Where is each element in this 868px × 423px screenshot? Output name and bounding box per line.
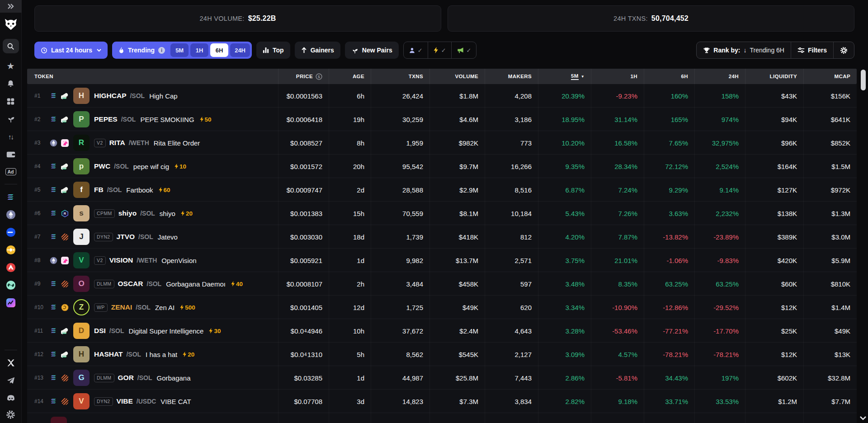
multicharts-button[interactable] [5,96,16,106]
timeframe-1h[interactable]: 1H [190,43,208,57]
up-down-arrows-icon: ↑↓ [8,133,13,141]
chain-filter-base[interactable] [5,227,16,237]
chain-icon [50,351,57,358]
timeframe-group: 5M1H6H24H [169,43,250,57]
wallet-button[interactable] [5,149,16,159]
trending-group[interactable]: Trending i 5M1H6H24H [112,42,252,59]
token-cell [27,413,278,423]
lightning-bolt-icon [199,116,204,122]
age-cell: 12d [329,296,371,319]
column-header-6h[interactable]: 6H [644,69,694,84]
rank-by-button[interactable]: Rank by: ↓ Trending 6H [697,42,791,58]
boost-badge[interactable]: 40 [231,281,243,287]
scroll-down-button[interactable] [860,414,866,422]
table-row[interactable]: #4 SWAP p PWC /SOL pepe wif cig 10 $0.00… [27,155,857,178]
makers-cell: 4,208 [485,84,538,108]
telegram-link[interactable] [5,376,16,385]
chain-icon [50,210,57,217]
table-row[interactable]: #2 SWAP P PEPES /SOL PEPE SMOKIING 50 $0… [27,108,857,131]
quote-token: /SOL [136,304,151,311]
chain-filter-avalanche[interactable] [5,263,16,273]
column-header-txns[interactable]: TXNS [371,69,429,84]
ads-button[interactable]: Ad [5,167,16,177]
age-cell: 15h [329,202,371,225]
timeframe-5m[interactable]: 5M [170,43,189,57]
new-pairs-button[interactable] [5,114,16,124]
boost-badge[interactable]: 500 [179,304,195,311]
chain-icon [50,186,57,194]
dexscreener-owl-logo[interactable] [4,18,18,33]
top-button[interactable]: Top [256,42,290,59]
filters-button[interactable]: Filters [791,42,833,58]
transactions-button[interactable]: ↑↓ [5,132,16,141]
column-header-volume[interactable]: VOLUME [429,69,485,84]
column-header-5m[interactable]: 5M▼ [538,69,591,84]
table-row[interactable]: #9 O DLMM OSCAR /SOL Gorbagana Daemoı 40… [27,272,857,296]
token-cell: #13 G DLMM GOR /SOL Gorbagana [27,366,278,390]
discord-link[interactable] [5,393,16,403]
column-header-1h[interactable]: 1H [591,69,644,84]
table-row[interactable]: #14 V DYN2 VIBE /USDC VIBE CAT $0.07708 … [27,390,857,413]
table-row[interactable]: #3 R V2 RITA /WETH Rita Elite Order $0.0… [27,131,857,155]
table-row[interactable]: #1 SWAP H HIGHCAP /SOL High Cap $0.00015… [27,84,857,108]
time-range-button[interactable]: Last 24 hours [34,42,108,59]
boost-badge[interactable]: 20 [182,351,194,358]
chain-filter-hyperliquid[interactable] [5,280,16,290]
scrollbar-thumb[interactable] [861,70,866,90]
new-pairs-label: New Pairs [362,47,392,54]
token-avatar: Z [73,299,90,315]
column-header-age[interactable]: AGE [329,69,371,84]
column-header-24h[interactable]: 24H [694,69,745,84]
column-header-mcap[interactable]: MCAP [803,69,857,84]
search-button[interactable] [3,39,19,53]
table-row[interactable]: #12 SWAP H HASHAT /SOL I has a hat 20 $0… [27,343,857,366]
table-row[interactable]: #5 SWAP f FB /SOL Fartbook 60 $0.0009747… [27,178,857,202]
boost-badge[interactable]: 50 [199,116,212,123]
chain-filter-multichain[interactable] [5,298,16,308]
chain-filter-bnb[interactable] [5,245,16,255]
chain-filter-solana[interactable] [5,192,16,202]
table-row[interactable]: #13 G DLMM GOR /SOL Gorbagana $0.03285 1… [27,366,857,390]
quick-filter-person[interactable]: ✓ [404,42,428,58]
quick-filter-boost-bolt[interactable]: ✓ [428,42,451,58]
age-cell [329,413,371,423]
token-symbol: JTVO [117,233,135,241]
boost-badge[interactable]: 60 [158,187,170,193]
alerts-button[interactable] [5,79,16,89]
sidebar-expand-button[interactable] [0,0,22,13]
favorites-button[interactable]: ★ [5,61,16,71]
boost-badge[interactable]: 20 [180,210,193,217]
x-twitter-link[interactable] [5,358,16,368]
multi-chain-icon [6,298,16,308]
boost-badge[interactable]: 10 [174,163,186,170]
column-header-liquidity[interactable]: LIQUIDITY [745,69,803,84]
table-row[interactable]: #10 Z WP ZENAI /SOL Zen AI 500 $0.001405… [27,296,857,319]
gainers-button[interactable]: Gainers [295,42,340,59]
change-5m-cell [538,413,591,423]
makers-cell [485,413,538,423]
column-header-price[interactable]: PRICE $ [278,69,329,84]
volume-label: 24H VOLUME: [199,15,244,22]
quote-token: /SOL [147,280,162,287]
table-settings-button[interactable] [833,42,854,58]
settings-button[interactable] [5,409,16,419]
table-row[interactable]: #7 J DYN2 JTVO /SOL Jatevo $0.003030 18d… [27,225,857,249]
token-avatar: G [73,370,90,386]
column-header-makers[interactable]: MAKERS [485,69,538,84]
chain-filter-ethereum[interactable] [5,210,16,220]
change-24h-cell: 32,975% [694,131,745,155]
token-avatar: s [73,205,90,221]
table-row[interactable]: #8 V V2 VISION /WETH OpenVision $0.00592… [27,249,857,272]
vertical-scrollbar[interactable] [861,70,866,421]
timeframe-24h[interactable]: 24H [230,43,250,57]
quick-filter-megaphone[interactable]: ✓ [451,42,476,58]
table-row[interactable]: #11 SWAP D DSI /SOL Digital Super Intell… [27,319,857,343]
token-name: High Cap [149,92,178,100]
change-5m-cell: 3.34% [538,296,591,319]
column-header-token[interactable]: TOKEN [27,69,278,84]
boost-badge[interactable]: 30 [208,328,221,334]
new-pairs-button-toolbar[interactable]: New Pairs [345,42,399,59]
timeframe-6h[interactable]: 6H [210,43,228,57]
table-row[interactable]: #6 R s CPMM shiyo /SOL shiyo 20 $0.00138… [27,202,857,225]
chevron-down-icon [860,416,866,420]
